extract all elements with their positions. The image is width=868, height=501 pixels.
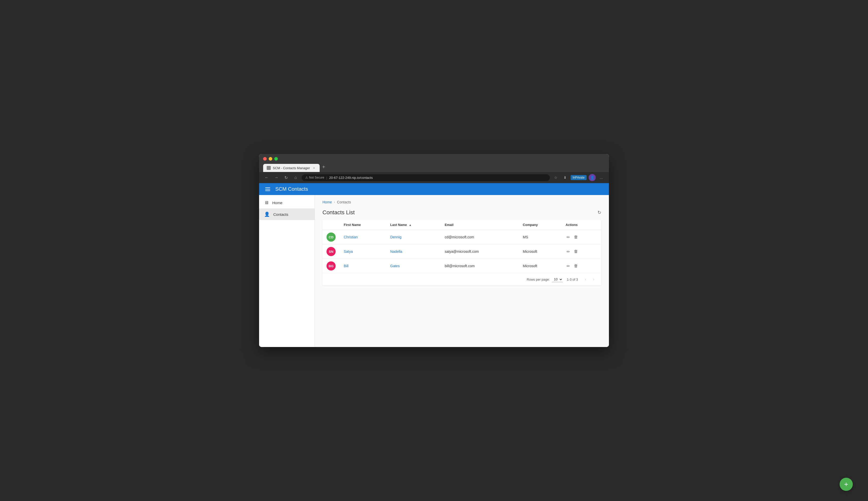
breadcrumb-current: Contacts xyxy=(337,200,351,204)
monitor-icon: 🖥 xyxy=(264,200,269,205)
traffic-lights xyxy=(263,157,605,161)
more-options-button[interactable]: … xyxy=(598,174,605,181)
content-area: Home › Contacts Contacts List ↻ xyxy=(315,195,609,347)
new-tab-button[interactable]: + xyxy=(320,163,327,171)
sidebar-item-contacts[interactable]: 👤 Contacts xyxy=(259,209,315,220)
tab-close-button[interactable]: × xyxy=(312,166,316,170)
contacts-icon: 👤 xyxy=(264,212,270,217)
avatar-cell: CD xyxy=(323,230,340,244)
actions-cell: ✏ 🗑 xyxy=(562,244,601,259)
company-cell: Microsoft xyxy=(519,259,562,273)
home-button[interactable]: ⌂ xyxy=(292,174,299,181)
page-info: 1-3 of 3 xyxy=(567,278,578,281)
bar-actions: ☆ ⬇ InPrivate 👤 … xyxy=(552,174,605,181)
sidebar-item-contacts-label: Contacts xyxy=(273,212,288,216)
minimize-window-button[interactable] xyxy=(269,157,272,161)
maximize-window-button[interactable] xyxy=(274,157,278,161)
first-name-cell: Christian xyxy=(340,230,386,244)
hamburger-menu-button[interactable] xyxy=(264,186,271,192)
col-first-name: First Name xyxy=(340,220,386,230)
address-bar: ← → ↻ ⌂ ⚠ Not Secure | 20-67-122-249.nip… xyxy=(259,172,609,183)
app-area: SCM Contacts 🖥 Home 👤 Contacts Home xyxy=(259,183,609,347)
next-page-button[interactable]: › xyxy=(590,276,597,283)
last-name-link[interactable]: Nadella xyxy=(390,249,402,254)
table-row: BG Bill Gates bill@microsoft.com Microso… xyxy=(323,259,601,273)
tab-favicon xyxy=(267,166,271,170)
contact-avatar: BG xyxy=(326,262,336,270)
first-name-link[interactable]: Christian xyxy=(344,235,358,239)
url-text: 20-67-122-249.nip.io/contacts xyxy=(329,176,373,180)
main-layout: 🖥 Home 👤 Contacts Home › Contacts xyxy=(259,195,609,347)
rows-per-page: Rows per page: 10 25 50 xyxy=(527,277,563,282)
favorites-button[interactable]: ☆ xyxy=(552,174,560,181)
sort-icon: ▲ xyxy=(409,223,412,226)
profile-button[interactable]: 👤 xyxy=(589,174,596,181)
app-header: SCM Contacts xyxy=(259,183,609,195)
contacts-table: First Name Last Name ▲ Email xyxy=(323,220,601,273)
rows-per-page-select[interactable]: 10 25 50 xyxy=(552,277,563,282)
email-cell: satya@microsoft.com xyxy=(441,244,519,259)
first-name-link[interactable]: Bill xyxy=(344,264,348,268)
col-email: Email xyxy=(441,220,519,230)
lock-icon: ⚠ xyxy=(305,176,308,179)
first-name-cell: Bill xyxy=(340,259,386,273)
col-actions: Actions xyxy=(562,220,601,230)
back-button[interactable]: ← xyxy=(263,174,270,181)
last-name-cell: Nadella xyxy=(386,244,441,259)
delete-button[interactable]: 🗑 xyxy=(573,263,579,269)
edit-button[interactable]: ✏ xyxy=(566,248,571,255)
last-name-cell: Dennig xyxy=(386,230,441,244)
email-cell: bill@microsoft.com xyxy=(441,259,519,273)
company-cell: MS xyxy=(519,230,562,244)
edit-button[interactable]: ✏ xyxy=(566,234,571,241)
app-title: SCM Contacts xyxy=(275,186,308,192)
table-header-row: First Name Last Name ▲ Email xyxy=(323,220,601,230)
forward-button[interactable]: → xyxy=(273,174,280,181)
contacts-table-container: First Name Last Name ▲ Email xyxy=(323,220,601,286)
breadcrumb: Home › Contacts xyxy=(323,200,601,204)
reload-button[interactable]: ↻ xyxy=(282,174,290,181)
page-nav: ‹ › xyxy=(582,276,597,283)
last-name-link[interactable]: Dennig xyxy=(390,235,401,239)
downloads-button[interactable]: ⬇ xyxy=(562,174,568,181)
pagination-row: Rows per page: 10 25 50 1-3 of 3 ‹ › xyxy=(323,273,601,286)
table-row: SN Satya Nadella satya@microsoft.com Mic… xyxy=(323,244,601,259)
page-header: Contacts List ↻ xyxy=(323,209,601,216)
breadcrumb-home-link[interactable]: Home xyxy=(323,200,332,204)
actions-cell: ✏ 🗑 xyxy=(562,230,601,244)
rows-per-page-label: Rows per page: xyxy=(527,278,550,281)
col-avatar xyxy=(323,220,340,230)
tabs-row: SCM - Contacts Manager × + xyxy=(263,163,605,172)
table-row: CD Christian Dennig cd@microsoft.com MS … xyxy=(323,230,601,244)
refresh-button[interactable]: ↻ xyxy=(597,210,601,215)
tab-title: SCM - Contacts Manager xyxy=(273,166,310,170)
first-name-cell: Satya xyxy=(340,244,386,259)
url-bar[interactable]: ⚠ Not Secure | 20-67-122-249.nip.io/cont… xyxy=(302,174,550,181)
title-bar: SCM - Contacts Manager × + xyxy=(259,154,609,172)
sidebar-item-home-label: Home xyxy=(272,201,282,205)
company-cell: Microsoft xyxy=(519,244,562,259)
contact-avatar: SN xyxy=(326,247,336,256)
last-name-link[interactable]: Gates xyxy=(390,264,399,268)
avatar-cell: BG xyxy=(323,259,340,273)
col-company: Company xyxy=(519,220,562,230)
sidebar: 🖥 Home 👤 Contacts xyxy=(259,195,315,347)
browser-tab[interactable]: SCM - Contacts Manager × xyxy=(263,164,320,172)
add-contact-fab[interactable]: + xyxy=(840,478,853,491)
email-cell: cd@microsoft.com xyxy=(441,230,519,244)
edit-button[interactable]: ✏ xyxy=(566,263,571,269)
delete-button[interactable]: 🗑 xyxy=(573,248,579,255)
close-window-button[interactable] xyxy=(263,157,267,161)
delete-button[interactable]: 🗑 xyxy=(573,234,579,241)
avatar-cell: SN xyxy=(323,244,340,259)
breadcrumb-separator: › xyxy=(334,200,335,204)
page-title: Contacts List xyxy=(323,209,355,216)
first-name-link[interactable]: Satya xyxy=(344,249,353,254)
not-secure-indicator: ⚠ Not Secure xyxy=(305,176,324,179)
prev-page-button[interactable]: ‹ xyxy=(582,276,589,283)
col-last-name: Last Name ▲ xyxy=(386,220,441,230)
actions-cell: ✏ 🗑 xyxy=(562,259,601,273)
contact-avatar: CD xyxy=(326,233,336,242)
inprivate-badge: InPrivate xyxy=(571,175,587,180)
sidebar-item-home[interactable]: 🖥 Home xyxy=(259,197,315,209)
